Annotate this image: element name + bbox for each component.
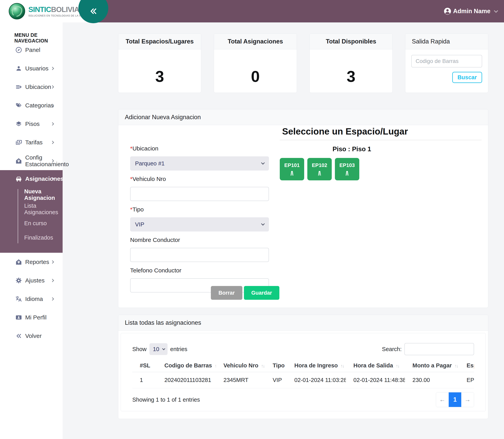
vehiculo-nro-input[interactable] [130, 187, 269, 201]
globe-logo-icon [8, 2, 26, 20]
id-card-icon [15, 314, 22, 321]
codigo-de-barras-input[interactable] [411, 55, 482, 67]
sidebar-item-categorias[interactable]: Categorias [0, 96, 63, 115]
sidebar-item-mi-perfil[interactable]: Mi Perfil [0, 308, 63, 327]
page-1-button[interactable]: 1 [449, 392, 461, 407]
sidebar-subitem-nueva-asignacion[interactable]: Nueva Asignacion [24, 187, 63, 202]
sidebar: MENU DE NAVEGACION Panel Usuarios Ubicac… [0, 23, 63, 439]
sidebar-subitem-finalizados[interactable]: Finalizados [24, 231, 63, 245]
sidebar-item-volver[interactable]: Volver [0, 327, 63, 345]
cell-salida: 02-01-2024 11:48:38 [346, 372, 405, 388]
entries-label: entries [170, 346, 187, 353]
ubicacion-select[interactable]: Parqueo #1 [130, 156, 269, 171]
person-icon [15, 65, 22, 72]
sort-icon: ↑↓ [341, 363, 344, 369]
page-size-select[interactable]: 10 [149, 343, 168, 355]
brand-secondary: BOLIVIA [51, 5, 79, 13]
sidebar-item-tarifas[interactable]: Tarifas [0, 133, 63, 152]
banknote-icon [15, 139, 22, 146]
sort-icon: ↑↓ [261, 363, 264, 369]
gear-icon [15, 277, 22, 284]
borrar-button[interactable]: Borrar [211, 286, 242, 300]
chevron-down-icon [494, 9, 498, 13]
compass-icon [15, 46, 22, 53]
sidebar-item-asignaciones[interactable]: Asignaciones [0, 170, 63, 187]
showing-entries-text: Showing 1 to 1 of 1 entries [132, 397, 200, 403]
list-title: Lista todas las asignaciones [118, 315, 488, 331]
space-selector: Seleccione un Espacio/Lugar Piso : Piso … [280, 126, 481, 180]
ubicacion-label: *Ubicacion [130, 145, 158, 152]
road-icon [344, 170, 350, 176]
list-arrow-icon [15, 83, 22, 90]
sidebar-item-pisos[interactable]: Pisos [0, 115, 63, 133]
column-vehiculo-nro[interactable]: Vehiculo Nro↑↓ [216, 361, 265, 372]
search-label: Search: [382, 346, 402, 353]
search-input[interactable] [404, 343, 474, 355]
sidebar-item-usuarios[interactable]: Usuarios [0, 59, 63, 78]
piso-title: Piso : Piso 1 [333, 145, 481, 153]
stat-value: 0 [214, 49, 297, 93]
nueva-asignacion-card: Adicionar Nueva Asignacion *Ubicacion Pa… [118, 109, 488, 308]
column-tipo[interactable]: Tipo [265, 361, 287, 372]
stat-card-asignaciones: Total Asignaciones 0 [214, 33, 297, 93]
sidebar-item-ubicacion[interactable]: Ubicacion [0, 78, 63, 96]
car-icon [15, 175, 22, 182]
sidebar-item-config-estacionamiento[interactable]: Config Estacionamiento [0, 152, 63, 170]
double-chevron-left-icon [89, 7, 98, 16]
next-page-button[interactable]: → [461, 392, 474, 407]
sidebar-subitem-en-curso[interactable]: En curso [24, 216, 63, 231]
table-header-row: #SL Codigo de Barras↑↓ Vehiculo Nro↑↓ Ti… [132, 361, 474, 372]
tipo-select[interactable]: VIP [130, 217, 269, 232]
nombre-conductor-input[interactable] [130, 248, 269, 262]
chevron-right-icon [51, 67, 54, 70]
chevron-down-icon [261, 161, 265, 164]
sort-icon: ↑↓ [455, 363, 458, 369]
sidebar-item-idioma[interactable]: Idioma [0, 290, 63, 308]
column-codigo-de-barras[interactable]: Codigo de Barras↑↓ [157, 361, 216, 372]
previous-page-button[interactable]: ← [436, 392, 449, 407]
assignments-table: #SL Codigo de Barras↑↓ Vehiculo Nro↑↓ Ti… [132, 361, 474, 388]
space-button-ep101[interactable]: EP101 [280, 158, 304, 180]
vehiculo-nro-label: *Vehiculo Nro [130, 176, 166, 182]
sidebar-item-reportes[interactable]: Reportes [0, 253, 63, 271]
layers-icon [15, 120, 22, 127]
admin-name: Admin Name [453, 8, 491, 15]
cell-monto: 230.00 [405, 372, 459, 388]
double-chevron-left-icon [15, 332, 22, 340]
brand-primary: SINTIC [28, 5, 51, 13]
chevron-right-icon [51, 297, 54, 301]
cell-espacio: EP101 [459, 372, 474, 388]
cell-ingreso: 02-01-2024 11:03:28 [287, 372, 346, 388]
road-icon [289, 170, 295, 176]
chevron-right-icon [51, 85, 54, 89]
admin-menu[interactable]: Admin Name [443, 0, 497, 23]
topbar: Admin Name [63, 0, 504, 23]
column-hora-de-salida[interactable]: Hora de Salida↑↓ [346, 361, 405, 372]
chevron-right-icon [51, 141, 54, 144]
chevron-right-icon [51, 260, 54, 264]
sidebar-item-panel[interactable]: Panel [0, 41, 63, 59]
sidebar-item-ajustes[interactable]: Ajustes [0, 271, 63, 290]
tipo-label: *Tipo [130, 206, 144, 213]
buscar-button[interactable]: Buscar [452, 72, 482, 83]
column-sl[interactable]: #SL [132, 361, 157, 372]
sort-icon: ↑↓ [396, 363, 399, 369]
house-pin-icon [15, 258, 22, 266]
column-hora-de-ingreso[interactable]: Hora de Ingreso↑↓ [287, 361, 346, 372]
pagination: ← 1 → [436, 392, 474, 407]
sidebar-subitem-lista-asignaciones[interactable]: Lista Asignaciones [24, 202, 63, 216]
chevron-right-icon [51, 122, 54, 126]
logo: SINTICBOLIVIA SOLUCIONES EN TECNOLOGIAS … [0, 0, 90, 23]
stat-card-espacios: Total Espacios/Lugares 3 [118, 33, 201, 93]
chevron-down-icon [162, 347, 165, 350]
divider [280, 140, 481, 140]
lista-asignaciones-card: Lista todas las asignaciones Show 10 ent… [118, 315, 488, 419]
salida-rapida-title: Salida Rapida [405, 34, 488, 49]
space-button-ep103[interactable]: EP103 [335, 158, 359, 180]
column-monto-a-pagar[interactable]: Monto a Pagar↑↓ [405, 361, 459, 372]
column-espacio-lugar[interactable]: Espacio/Lugar [459, 361, 474, 372]
guardar-button[interactable]: Guardar [244, 286, 279, 300]
space-button-ep102[interactable]: EP102 [307, 158, 332, 180]
cell-codigo: 202402011103281 [157, 372, 216, 388]
stat-value: 3 [118, 49, 201, 93]
